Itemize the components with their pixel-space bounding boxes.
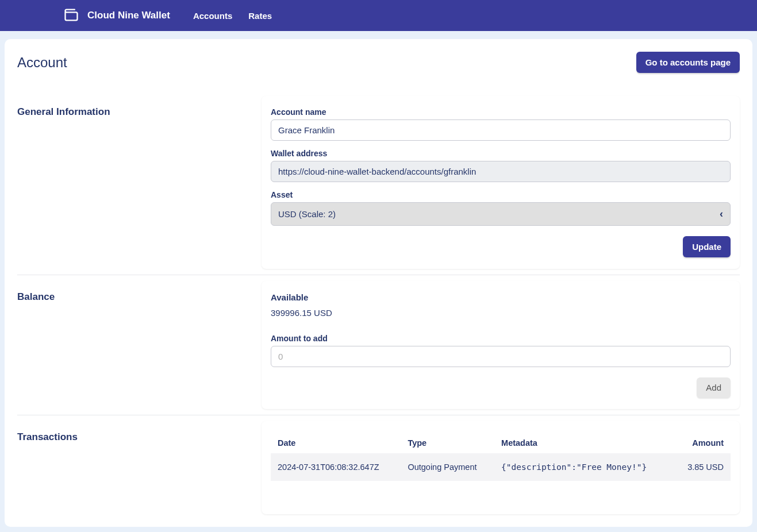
cell-metadata: {"description":"Free Money!"} — [494, 453, 674, 481]
general-panel: Account name Wallet address Asset USD (S… — [262, 96, 740, 269]
asset-selected-value: USD (Scale: 2) — [278, 209, 336, 219]
go-to-accounts-button[interactable]: Go to accounts page — [636, 52, 740, 73]
app-header: Cloud Nine Wallet Accounts Rates — [0, 0, 757, 31]
col-type: Type — [401, 433, 494, 453]
section-title-general: General Information — [17, 96, 262, 118]
transactions-panel: Date Type Metadata Amount 2024-07-31T06:… — [262, 421, 740, 514]
section-general: General Information Account name Wallet … — [17, 96, 740, 269]
amount-to-add-input[interactable] — [271, 346, 731, 367]
account-name-label: Account name — [271, 107, 731, 117]
section-title-transactions: Transactions — [17, 421, 262, 443]
col-amount: Amount — [674, 433, 731, 453]
chevron-left-icon: ‹ — [720, 208, 723, 220]
nav-rates[interactable]: Rates — [248, 11, 272, 21]
nav-accounts[interactable]: Accounts — [193, 11, 232, 21]
col-metadata: Metadata — [494, 433, 674, 453]
add-button[interactable]: Add — [697, 377, 731, 398]
main-card: Account Go to accounts page General Info… — [5, 39, 752, 527]
section-transactions: Transactions Date Type Metadata Amount 2… — [17, 421, 740, 514]
section-balance: Balance Available 399996.15 USD Amount t… — [17, 281, 740, 409]
transactions-table: Date Type Metadata Amount 2024-07-31T06:… — [271, 433, 731, 481]
divider — [17, 275, 740, 275]
available-value: 399996.15 USD — [271, 308, 731, 318]
table-row[interactable]: 2024-07-31T06:08:32.647Z Outgoing Paymen… — [271, 453, 731, 481]
col-date: Date — [271, 433, 401, 453]
brand-name: Cloud Nine Wallet — [87, 10, 170, 21]
available-label: Available — [271, 292, 731, 302]
balance-panel: Available 399996.15 USD Amount to add Ad… — [262, 281, 740, 409]
account-name-input[interactable] — [271, 119, 731, 141]
asset-label: Asset — [271, 190, 731, 199]
page-head: Account Go to accounts page — [17, 52, 740, 73]
wallet-address-input — [271, 161, 731, 182]
wallet-icon — [63, 7, 79, 25]
update-button[interactable]: Update — [683, 236, 731, 257]
page-title: Account — [17, 55, 67, 71]
asset-select[interactable]: USD (Scale: 2) ‹ — [271, 202, 731, 226]
cell-type: Outgoing Payment — [401, 453, 494, 481]
section-title-balance: Balance — [17, 281, 262, 303]
brand-area[interactable]: Cloud Nine Wallet — [63, 7, 170, 25]
wallet-address-label: Wallet address — [271, 149, 731, 158]
cell-amount: 3.85 USD — [674, 453, 731, 481]
nav-links: Accounts Rates — [193, 11, 272, 21]
amount-to-add-label: Amount to add — [271, 334, 731, 343]
divider — [17, 415, 740, 415]
cell-date: 2024-07-31T06:08:32.647Z — [271, 453, 401, 481]
